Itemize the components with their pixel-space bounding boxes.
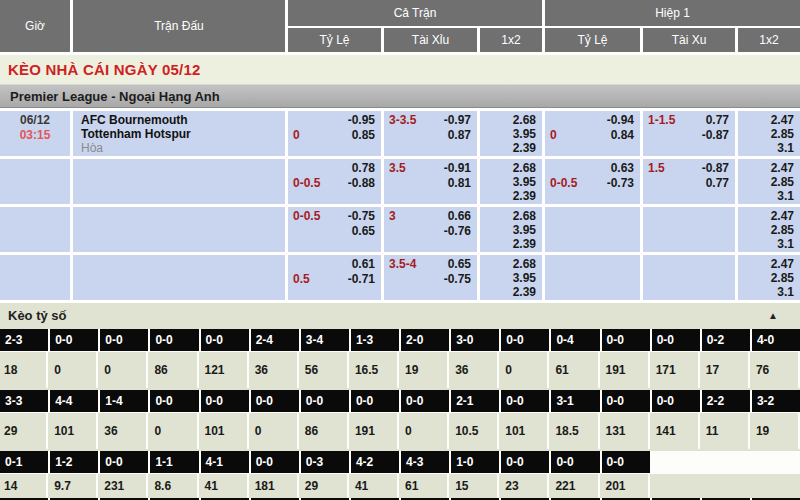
full-handicap-cell[interactable]: -0.95 00.85 bbox=[288, 111, 381, 156]
score-odds-cell[interactable]: 0 bbox=[50, 352, 98, 388]
score-cell[interactable]: 2-1 bbox=[451, 390, 499, 412]
half-overunder-cell[interactable] bbox=[643, 207, 735, 252]
score-odds-cell[interactable]: 86 bbox=[301, 413, 349, 449]
score-odds-cell[interactable]: 101 bbox=[501, 413, 549, 449]
half-handicap-cell[interactable] bbox=[545, 207, 640, 252]
score-cell[interactable]: 3-4 bbox=[301, 329, 349, 351]
score-odds-cell[interactable]: 17 bbox=[702, 352, 750, 388]
score-odds-cell[interactable]: 191 bbox=[602, 352, 650, 388]
score-odds-cell[interactable]: 201 bbox=[602, 474, 650, 498]
odds-value[interactable]: -0.75 bbox=[444, 272, 471, 287]
odds-value[interactable]: 0.78 bbox=[352, 161, 375, 176]
score-cell[interactable]: 0-0 bbox=[201, 329, 249, 351]
odds-1[interactable]: 2.68 bbox=[480, 161, 536, 175]
full-1x2-cell[interactable]: 2.68 3.95 2.39 bbox=[480, 207, 542, 252]
score-cell[interactable]: 4-3 bbox=[401, 451, 449, 473]
score-odds-cell[interactable]: 0 bbox=[100, 352, 148, 388]
score-cell[interactable]: 0-0 bbox=[150, 390, 198, 412]
full-1x2-cell[interactable]: 2.68 3.95 2.39 bbox=[480, 111, 542, 156]
score-odds-cell[interactable]: 121 bbox=[201, 352, 249, 388]
odds-value[interactable]: 0.77 bbox=[706, 113, 729, 128]
odds-value[interactable]: 0.61 bbox=[352, 257, 375, 272]
odds-value[interactable]: -0.71 bbox=[348, 272, 375, 287]
match-teams-cell[interactable] bbox=[73, 159, 285, 204]
score-cell[interactable]: 0-0 bbox=[100, 451, 148, 473]
odds-2[interactable]: 3.1 bbox=[738, 189, 794, 203]
league-header[interactable]: Premier League - Ngoại Hạng Anh bbox=[0, 84, 800, 108]
half-1x2-cell[interactable]: 2.47 2.85 3.1 bbox=[738, 111, 800, 156]
score-odds-cell[interactable]: 0 bbox=[251, 413, 299, 449]
odds-value[interactable]: -0.87 bbox=[702, 128, 729, 143]
odds-value[interactable]: 0.84 bbox=[611, 128, 634, 143]
odds-value[interactable]: 0.63 bbox=[611, 161, 634, 176]
score-odds-cell[interactable]: 41 bbox=[351, 474, 399, 498]
score-odds-cell[interactable]: 19 bbox=[401, 352, 449, 388]
score-odds-cell[interactable]: 181 bbox=[251, 474, 299, 498]
score-odds-cell[interactable]: 36 bbox=[251, 352, 299, 388]
full-overunder-cell[interactable]: 30.66 -0.76 bbox=[384, 207, 477, 252]
odds-value[interactable]: 0.85 bbox=[352, 128, 375, 143]
half-overunder-cell[interactable] bbox=[643, 255, 735, 300]
score-odds-cell[interactable]: 131 bbox=[602, 413, 650, 449]
score-odds-cell[interactable]: 9.7 bbox=[50, 474, 98, 498]
score-cell[interactable]: 0-0 bbox=[602, 329, 650, 351]
score-cell[interactable]: 1-0 bbox=[451, 451, 499, 473]
half-handicap-cell[interactable]: -0.94 00.84 bbox=[545, 111, 640, 156]
odds-x[interactable]: 2.85 bbox=[738, 223, 794, 237]
score-odds-cell[interactable]: 15 bbox=[451, 474, 499, 498]
odds-2[interactable]: 2.39 bbox=[480, 141, 536, 155]
score-cell[interactable]: 2-4 bbox=[251, 329, 299, 351]
score-cell[interactable]: 0-0 bbox=[150, 329, 198, 351]
score-odds-cell[interactable]: 10.5 bbox=[451, 413, 499, 449]
score-cell[interactable]: 0-0 bbox=[501, 390, 549, 412]
score-odds-cell[interactable]: 29 bbox=[0, 413, 48, 449]
odds-x[interactable]: 2.85 bbox=[738, 175, 794, 189]
score-odds-cell[interactable]: 76 bbox=[752, 352, 800, 388]
half-handicap-cell[interactable]: 0.63 0-0.5-0.73 bbox=[545, 159, 640, 204]
score-odds-cell[interactable]: 171 bbox=[652, 352, 700, 388]
half-overunder-cell[interactable]: 1-1.50.77 -0.87 bbox=[643, 111, 735, 156]
score-odds-cell[interactable]: 16.5 bbox=[351, 352, 399, 388]
odds-value[interactable]: 0.87 bbox=[448, 128, 471, 143]
odds-x[interactable]: 3.95 bbox=[480, 127, 536, 141]
odds-1[interactable]: 2.47 bbox=[738, 161, 794, 175]
score-cell[interactable]: 0-0 bbox=[351, 390, 399, 412]
score-odds-cell[interactable]: 0 bbox=[150, 413, 198, 449]
odds-x[interactable]: 3.95 bbox=[480, 271, 536, 285]
odds-x[interactable]: 2.85 bbox=[738, 271, 794, 285]
score-odds-cell[interactable]: 191 bbox=[351, 413, 399, 449]
odds-value[interactable]: -0.91 bbox=[444, 161, 471, 176]
score-odds-cell[interactable]: 61 bbox=[401, 474, 449, 498]
score-cell[interactable]: 2-2 bbox=[702, 390, 750, 412]
score-cell[interactable]: 0-0 bbox=[251, 451, 299, 473]
odds-value[interactable]: -0.97 bbox=[444, 113, 471, 128]
correct-score-header[interactable]: Kèo tỷ số ▲ bbox=[0, 303, 800, 327]
score-odds-cell[interactable]: 41 bbox=[201, 474, 249, 498]
odds-x[interactable]: 3.95 bbox=[480, 175, 536, 189]
score-cell[interactable]: 0-0 bbox=[501, 329, 549, 351]
score-cell[interactable]: 1-3 bbox=[351, 329, 399, 351]
odds-x[interactable]: 3.95 bbox=[480, 223, 536, 237]
score-odds-cell[interactable]: 0 bbox=[401, 413, 449, 449]
full-handicap-cell[interactable]: 0.78 0-0.5-0.88 bbox=[288, 159, 381, 204]
score-odds-cell[interactable]: 11 bbox=[702, 413, 750, 449]
score-cell[interactable]: 0-0 bbox=[602, 390, 650, 412]
full-1x2-cell[interactable]: 2.68 3.95 2.39 bbox=[480, 159, 542, 204]
score-odds-cell[interactable]: 29 bbox=[301, 474, 349, 498]
score-cell[interactable]: 1-1 bbox=[150, 451, 198, 473]
match-teams-cell[interactable]: AFC Bournemouth Tottenham Hotspur Hòa bbox=[73, 111, 285, 156]
odds-value[interactable]: -0.94 bbox=[607, 113, 634, 128]
score-odds-cell[interactable]: 19 bbox=[752, 413, 800, 449]
score-odds-cell[interactable]: 56 bbox=[301, 352, 349, 388]
score-odds-cell[interactable]: 0 bbox=[501, 352, 549, 388]
score-cell[interactable]: 0-0 bbox=[602, 451, 650, 473]
odds-1[interactable]: 2.47 bbox=[738, 209, 794, 223]
score-cell[interactable]: 4-2 bbox=[351, 451, 399, 473]
odds-1[interactable]: 2.68 bbox=[480, 113, 536, 127]
full-handicap-cell[interactable]: 0.61 0.5-0.71 bbox=[288, 255, 381, 300]
odds-2[interactable]: 3.1 bbox=[738, 141, 794, 155]
score-odds-cell[interactable]: 36 bbox=[100, 413, 148, 449]
score-cell[interactable]: 1-2 bbox=[50, 451, 98, 473]
score-odds-cell[interactable]: 36 bbox=[451, 352, 499, 388]
score-odds-cell[interactable]: 18.5 bbox=[551, 413, 599, 449]
